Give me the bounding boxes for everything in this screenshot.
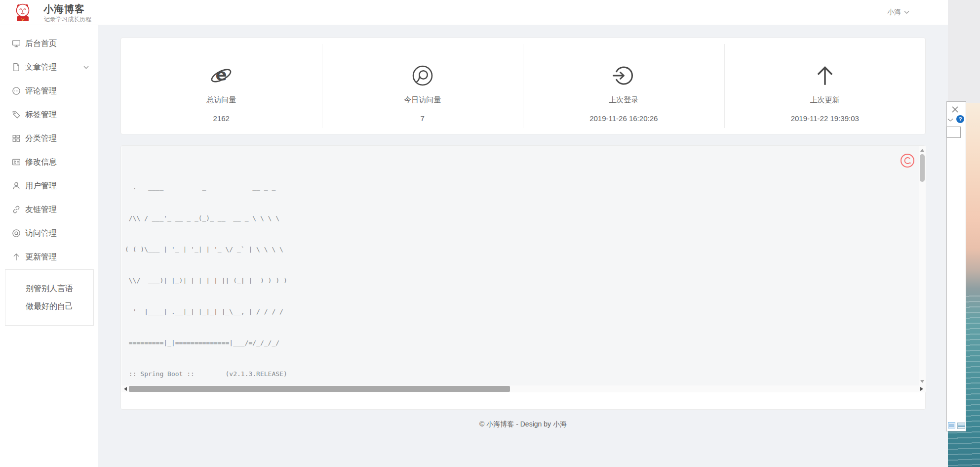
sidebar-item-label: 友链管理 [25, 205, 57, 215]
sidebar-item-label: 访问管理 [25, 228, 57, 239]
chevron-down-icon[interactable] [947, 118, 953, 122]
motto-line: 别管别人言语 [26, 284, 73, 294]
stat-label: 上次登录 [609, 95, 638, 105]
sidebar-item-links[interactable]: 友链管理 [0, 198, 98, 221]
sidebar-item-updates[interactable]: 更新管理 [0, 245, 98, 269]
log-line: \\/ ___)| |_)| | | | | || (_| | ) ) ) ) [125, 275, 919, 286]
user-name: 小海 [887, 8, 901, 17]
comment-icon [12, 86, 21, 95]
app-header: 小海博客 记录学习成长历程 小海 [0, 0, 948, 25]
horizontal-scrollbar[interactable] [121, 385, 926, 392]
stat-value: 2019-11-26 16:20:26 [589, 114, 658, 123]
compass-icon [12, 229, 21, 238]
user-icon [12, 181, 21, 190]
sidebar-item-articles[interactable]: 文章管理 [0, 55, 98, 79]
arrow-up-icon [12, 253, 21, 261]
link-icon [12, 205, 21, 214]
sidebar-item-label: 文章管理 [25, 62, 57, 73]
refresh-log-button[interactable] [901, 154, 914, 168]
page-title: 小海博客 [43, 2, 85, 16]
close-icon[interactable] [951, 106, 959, 113]
motto-line: 做最好的自己 [26, 301, 73, 312]
sidebar: 后台首页 文章管理 评论管理 标签管理 [0, 25, 98, 467]
stat-value: 2019-11-22 19:39:03 [791, 114, 859, 123]
sidebar-item-dashboard[interactable]: 后台首页 [0, 32, 98, 55]
sidebar-item-label: 更新管理 [25, 252, 57, 262]
login-icon [612, 64, 635, 87]
stat-label: 上次更新 [810, 95, 840, 105]
sidebar-item-label: 修改信息 [25, 157, 57, 168]
sidebar-item-label: 标签管理 [25, 110, 57, 120]
overlapping-side-window: ? [946, 101, 966, 431]
idcard-icon [12, 158, 21, 167]
vertical-scrollbar[interactable] [919, 146, 926, 385]
desktop-screenshot: 小海博客 记录学习成长历程 小海 后台首页 文章管理 [0, 0, 980, 467]
vertical-scroll-thumb[interactable] [920, 154, 925, 182]
document-icon [12, 63, 21, 72]
help-icon[interactable]: ? [956, 115, 964, 123]
log-line: /\\ / ___'_ __ _ _(_)_ __ __ _ \ \ \ \ [125, 213, 919, 223]
page-subtitle: 记录学习成长历程 [44, 15, 91, 24]
sidebar-motto: 别管别人言语 做最好的自己 [5, 269, 94, 326]
log-line: ( ( )\___ | '_ | '_| | '_ \/ _` | \ \ \ … [125, 244, 919, 255]
horizontal-scroll-thumb[interactable] [129, 386, 510, 392]
log-line: . ____ _ __ _ _ [125, 182, 919, 192]
sidebar-item-visits[interactable]: 访问管理 [0, 221, 98, 245]
image-thumbnail-icon[interactable] [957, 423, 965, 429]
log-line: ' |____| .__|_| |_|_| |_\__, | / / / / [125, 306, 919, 317]
stat-card-last-login: 上次登录 2019-11-26 16:20:26 [523, 44, 724, 128]
chevron-down-icon [83, 65, 89, 70]
tag-icon [12, 110, 21, 119]
sidebar-item-tags[interactable]: 标签管理 [0, 103, 98, 127]
scroll-down-arrow[interactable] [920, 380, 924, 383]
refresh-icon [903, 156, 912, 165]
stat-card-last-update: 上次更新 2019-11-22 19:39:03 [724, 44, 926, 128]
log-line: :: Spring Boot :: (v2.1.3.RELEASE) [125, 369, 919, 379]
list-view-icon[interactable] [948, 422, 955, 428]
monitor-icon [12, 39, 21, 48]
sidebar-item-users[interactable]: 用户管理 [0, 174, 98, 198]
desktop-background-top [948, 0, 980, 103]
stat-card-today-visits: 今日访问量 7 [322, 44, 523, 128]
sidebar-item-label: 评论管理 [25, 86, 57, 96]
sidebar-item-label: 后台首页 [25, 39, 57, 49]
sidebar-item-categories[interactable]: 分类管理 [0, 127, 98, 150]
sidebar-item-label: 分类管理 [25, 133, 57, 144]
logo-avatar [13, 3, 32, 22]
chevron-down-icon [904, 10, 909, 14]
stats-panel: e 总访问量 2162 今日访问量 7 上次登录 2019-11-26 16:2… [120, 38, 926, 134]
grid-icon [12, 134, 21, 143]
user-dropdown[interactable]: 小海 [887, 0, 909, 25]
stat-card-total-visits: e 总访问量 2162 [121, 44, 322, 128]
stat-value: 2162 [213, 114, 230, 123]
scroll-up-arrow[interactable] [920, 149, 924, 152]
footer-copyright: © 小海博客 - Design by 小海 [98, 420, 948, 429]
log-line: =========|_|==============|___/=/_/_/_/ [125, 338, 919, 348]
stat-label: 总访问量 [206, 95, 236, 105]
scroll-left-arrow[interactable] [124, 387, 127, 391]
log-output: . ____ _ __ _ _ /\\ / ___'_ __ _ _(_)_ _… [125, 161, 919, 392]
sidebar-item-comments[interactable]: 评论管理 [0, 79, 98, 103]
side-window-input[interactable] [946, 127, 961, 138]
stat-value: 7 [421, 114, 425, 123]
sidebar-item-profile[interactable]: 修改信息 [0, 150, 98, 174]
ie-browser-icon: e [210, 64, 233, 87]
stat-label: 今日访问量 [404, 95, 441, 105]
sidebar-item-label: 用户管理 [25, 181, 57, 191]
chrome-browser-icon [411, 64, 434, 87]
scroll-right-arrow[interactable] [920, 387, 923, 391]
log-panel: . ____ _ __ _ _ /\\ / ___'_ __ _ _(_)_ _… [120, 145, 926, 410]
spring-boot-log-console: . ____ _ __ _ _ /\\ / ___'_ __ _ _(_)_ _… [121, 146, 926, 392]
update-icon [814, 64, 836, 87]
